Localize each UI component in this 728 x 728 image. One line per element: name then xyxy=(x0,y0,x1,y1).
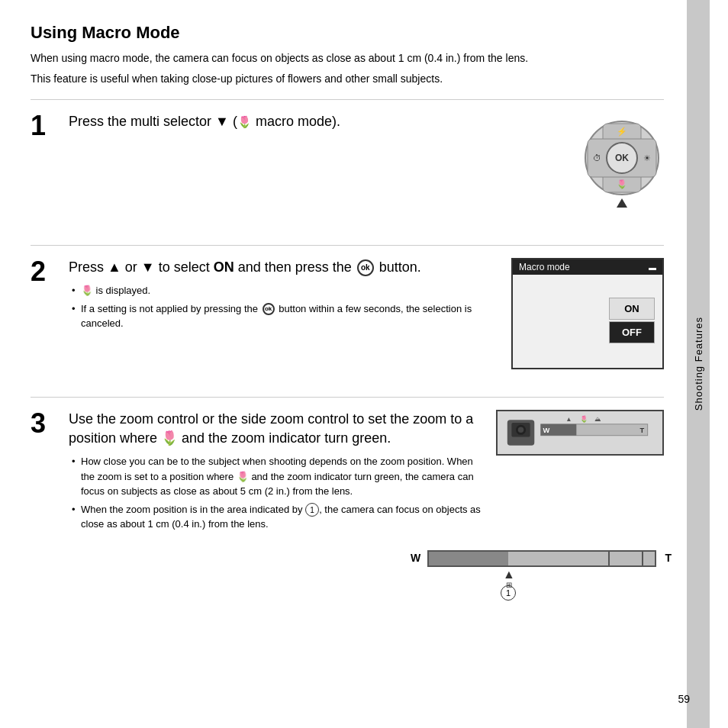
svg-text:⚡: ⚡ xyxy=(617,126,627,137)
step-2-number: 2 xyxy=(31,258,53,285)
zoom-indicator-wrapper: W T ▲ ⊞ xyxy=(427,550,656,607)
macro-menu-body: ON OFF xyxy=(513,275,662,368)
step-3-image: W T ▲ 🌷 ⛰ xyxy=(496,410,664,463)
step-3-bullets: How close you can be to the subject when… xyxy=(69,454,481,532)
ok-button-icon: ok xyxy=(357,259,374,276)
svg-text:🌷: 🌷 xyxy=(580,415,588,424)
macro-icon-b1: 🌷 xyxy=(237,471,249,482)
macro-icon-step3: 🌷 xyxy=(161,430,178,446)
step-2-content: 2 Press ▲ or ▼ to select ON and then pre… xyxy=(31,258,664,377)
svg-text:W: W xyxy=(543,427,549,434)
step-2-bullet-1: 🌷 is displayed. xyxy=(69,283,496,298)
svg-marker-9 xyxy=(617,198,627,208)
zoom-tick-1 xyxy=(608,552,610,565)
sidebar-label: Shooting Features xyxy=(693,317,704,411)
page-title: Using Macro Mode xyxy=(31,23,664,43)
zoom-circle-1: 1 xyxy=(501,585,516,601)
macro-menu-on: ON xyxy=(609,298,655,320)
macro-icon-bullet: 🌷 xyxy=(81,285,93,296)
step-2-section: 2 Press ▲ or ▼ to select ON and then pre… xyxy=(31,258,664,398)
zoom-w-label: W xyxy=(411,552,420,564)
step-2-bullets: 🌷 is displayed. If a setting is not appl… xyxy=(69,283,496,331)
dpad-svg: OK ⚡ ☀ 🌷 ⏱ xyxy=(580,116,664,215)
macro-icon-step1: 🌷 xyxy=(237,115,252,128)
step-2-bullet-2: If a setting is not applied by pressing … xyxy=(69,301,496,331)
svg-text:OK: OK xyxy=(615,153,629,163)
page-number: 59 xyxy=(678,693,690,705)
ok-icon-inline: ok xyxy=(263,303,275,315)
zoom-main-bar xyxy=(427,550,656,567)
svg-text:⛰: ⛰ xyxy=(594,415,601,423)
zoom-bar-fill xyxy=(429,552,508,565)
svg-text:⏱: ⏱ xyxy=(593,153,601,163)
step-3-bullet-1: How close you can be to the subject when… xyxy=(69,454,481,499)
macro-menu-title: Macro mode xyxy=(519,262,570,272)
svg-text:🌷: 🌷 xyxy=(617,179,627,189)
macro-menu-off: OFF xyxy=(609,321,655,343)
macro-menu: Macro mode ▬ ON OFF xyxy=(511,258,664,369)
step-3-number: 3 xyxy=(31,410,53,437)
sidebar-tab: Shooting Features xyxy=(687,0,710,728)
main-content: Using Macro Mode When using macro mode, … xyxy=(0,0,687,728)
zoom-tick-2 xyxy=(642,552,643,565)
macro-menu-header: Macro mode ▬ xyxy=(513,259,662,275)
step-3-body: Use the zoom control or the side zoom co… xyxy=(69,410,481,535)
section-divider-top xyxy=(31,99,664,100)
zoom-indicator-section: W T ▲ ⊞ xyxy=(31,550,664,607)
page: Using Macro Mode When using macro mode, … xyxy=(0,0,728,728)
zoom-control-svg: W T ▲ 🌷 ⛰ xyxy=(496,410,664,456)
step-2-title: Press ▲ or ▼ to select ON and then press… xyxy=(69,258,496,277)
step-3-bullet-2: When the zoom position is in the area in… xyxy=(69,502,481,532)
intro-paragraph-1: When using macro mode, the camera can fo… xyxy=(31,50,664,66)
step-1-body: Press the multi selector ▼ (🌷 macro mode… xyxy=(69,112,565,137)
step-1-image: OK ⚡ ☀ 🌷 ⏱ xyxy=(580,116,664,217)
zoom-t-label: T xyxy=(665,552,672,564)
step-1-section: 1 Press the multi selector ▼ (🌷 macro mo… xyxy=(31,112,664,246)
svg-text:▲: ▲ xyxy=(565,415,572,423)
step-1-number: 1 xyxy=(31,112,53,140)
zoom-up-arrow: ▲ xyxy=(503,569,515,581)
intro-paragraph-2: This feature is useful when taking close… xyxy=(31,71,664,87)
svg-text:T: T xyxy=(639,427,644,434)
step-3-title: Use the zoom control or the side zoom co… xyxy=(69,410,481,448)
step-2-body: Press ▲ or ▼ to select ON and then press… xyxy=(69,258,496,334)
step-3-section: 3 Use the zoom control or the side zoom … xyxy=(31,410,664,619)
zoom-circle-marker: 1 xyxy=(501,585,516,601)
svg-text:☀: ☀ xyxy=(643,153,651,163)
step-2-image: Macro mode ▬ ON OFF xyxy=(511,258,664,369)
step-3-content: 3 Use the zoom control or the side zoom … xyxy=(31,410,664,543)
macro-menu-icon: ▬ xyxy=(649,263,656,272)
step-1-content: 1 Press the multi selector ▼ (🌷 macro mo… xyxy=(31,112,664,225)
step-1-title: Press the multi selector ▼ (🌷 macro mode… xyxy=(69,112,565,131)
circle-1: 1 xyxy=(305,503,319,517)
zoom-markers: ▲ ⊞ 1 xyxy=(427,569,656,607)
svg-point-13 xyxy=(518,427,523,433)
